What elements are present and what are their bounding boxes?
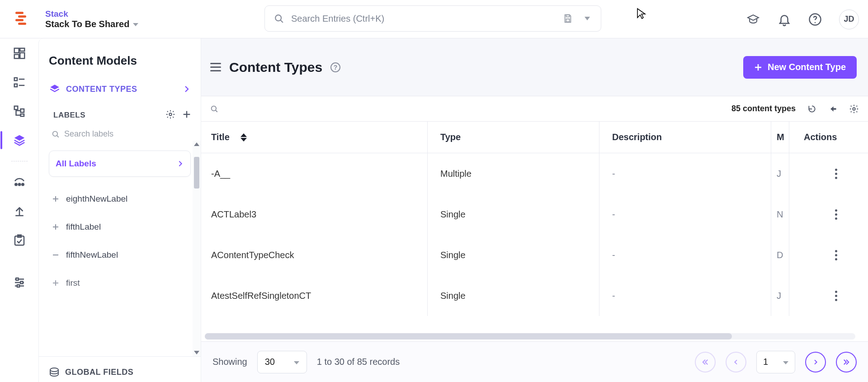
page-help-icon[interactable]: ? — [330, 62, 340, 72]
cell-m: J — [777, 169, 781, 179]
global-search-input[interactable] — [291, 14, 556, 24]
notifications-icon[interactable] — [778, 13, 791, 26]
sidebar-content-types[interactable]: CONTENT TYPES — [39, 72, 201, 103]
svg-rect-13 — [14, 55, 19, 59]
labels-add-icon[interactable] — [182, 109, 192, 121]
cell-title: AContentTypeCheck — [211, 250, 294, 260]
svg-point-9 — [815, 22, 816, 23]
row-actions-icon[interactable] — [831, 165, 841, 183]
refresh-icon[interactable] — [807, 104, 816, 113]
col-header-title-text: Title — [211, 132, 230, 142]
label-item[interactable]: eighthNewLabel — [47, 185, 193, 213]
table-row[interactable]: -A__ Multiple - J — [201, 153, 868, 194]
table-row[interactable]: AtestSelfRefSingletonCT Single - J — [201, 275, 868, 316]
sidebar-scrollbar[interactable] — [193, 141, 201, 356]
search-mode-caret-icon[interactable] — [585, 17, 590, 20]
svg-rect-7 — [566, 19, 569, 22]
new-content-type-button[interactable]: New Content Type — [743, 56, 857, 79]
col-header-type-text: Type — [440, 132, 461, 142]
page-first-button[interactable] — [695, 352, 716, 373]
cell-title: -A__ — [211, 169, 230, 179]
col-header-title[interactable]: Title — [201, 132, 427, 142]
svg-rect-10 — [14, 48, 19, 53]
rail-tree[interactable] — [11, 103, 28, 119]
chevron-right-icon — [183, 85, 191, 93]
svg-rect-18 — [14, 106, 18, 110]
horizontal-scrollbar[interactable] — [205, 333, 855, 340]
page-title: Content Types — [229, 60, 322, 75]
left-rail — [0, 38, 38, 382]
svg-rect-14 — [14, 78, 17, 80]
scroll-thumb[interactable] — [194, 157, 199, 189]
svg-rect-19 — [20, 109, 24, 113]
global-search[interactable] — [264, 5, 601, 32]
label-item[interactable]: fifthLabel — [47, 213, 193, 241]
cell-type: Single — [440, 250, 466, 260]
rail-content-models[interactable] — [11, 132, 28, 148]
svg-rect-30 — [17, 285, 19, 287]
help-icon[interactable] — [808, 13, 822, 26]
rail-settings[interactable] — [11, 274, 28, 291]
hscroll-thumb[interactable] — [205, 333, 732, 340]
row-actions-icon[interactable] — [831, 206, 841, 223]
sidebar-title: Content Models — [39, 49, 201, 72]
layers-icon — [49, 83, 61, 95]
save-icon[interactable] — [563, 14, 573, 24]
rail-dashboard[interactable] — [11, 45, 28, 61]
expand-icon — [52, 280, 60, 286]
import-icon[interactable] — [828, 104, 837, 113]
page-number-value: 1 — [763, 357, 768, 367]
sort-icon[interactable] — [241, 133, 247, 141]
col-header-description[interactable]: Description — [599, 122, 771, 153]
labels-search[interactable] — [52, 129, 192, 139]
scroll-down-icon[interactable] — [194, 351, 199, 354]
table-row[interactable]: AContentTypeCheck Single - D — [201, 235, 868, 275]
col-header-modified[interactable]: M — [771, 122, 789, 153]
col-header-actions: Actions — [789, 122, 868, 153]
page-next-button[interactable] — [805, 352, 826, 373]
label-text: first — [66, 278, 80, 288]
col-header-type[interactable]: Type — [427, 122, 599, 153]
plus-icon — [754, 63, 762, 71]
row-actions-icon[interactable] — [831, 246, 841, 264]
page-number-input[interactable]: 1 — [756, 351, 795, 373]
svg-rect-0 — [15, 12, 24, 14]
row-actions-icon[interactable] — [831, 287, 841, 305]
top-bar: Stack Stack To Be Shared JD — [0, 0, 868, 38]
user-initials: JD — [844, 14, 854, 24]
svg-rect-16 — [14, 84, 17, 87]
rail-releases[interactable] — [11, 174, 28, 190]
cell-description: - — [612, 169, 615, 179]
svg-rect-12 — [20, 53, 24, 59]
cell-type: Single — [440, 209, 466, 220]
page-size-select[interactable]: 30 — [257, 351, 307, 373]
cell-m: N — [777, 209, 783, 220]
rail-publish[interactable] — [11, 203, 28, 219]
page-last-button[interactable] — [836, 352, 857, 373]
showing-label: Showing — [212, 357, 247, 367]
label-text: fifthNewLabel — [66, 250, 118, 260]
rail-entries[interactable] — [11, 74, 28, 90]
label-item[interactable]: fifthNewLabel — [47, 241, 193, 269]
table-search-icon[interactable] — [210, 105, 218, 113]
cell-type: Single — [440, 291, 466, 301]
table-row[interactable]: ACTLabel3 Single - N — [201, 194, 868, 235]
labels-settings-icon[interactable] — [165, 109, 175, 121]
svg-rect-26 — [16, 278, 18, 280]
scroll-up-icon[interactable] — [194, 142, 199, 146]
learn-icon[interactable] — [746, 12, 760, 27]
svg-point-43 — [50, 368, 58, 372]
all-labels-item[interactable]: All Labels — [49, 151, 191, 177]
sidebar: Content Models CONTENT TYPES LABELS All … — [38, 38, 201, 382]
label-item[interactable]: first — [47, 269, 193, 288]
svg-rect-2 — [15, 19, 24, 21]
sidebar-toggle-icon[interactable] — [210, 63, 221, 71]
sidebar-global-fields[interactable]: GLOBAL FIELDS — [39, 356, 201, 382]
labels-search-input[interactable] — [64, 129, 192, 139]
page-prev-button[interactable] — [726, 352, 746, 373]
stack-switcher[interactable]: Stack To Be Shared — [45, 19, 138, 29]
table-settings-icon[interactable] — [849, 104, 859, 114]
rail-tasks[interactable] — [11, 232, 28, 248]
user-avatar[interactable]: JD — [839, 9, 859, 29]
svg-line-35 — [57, 136, 59, 137]
